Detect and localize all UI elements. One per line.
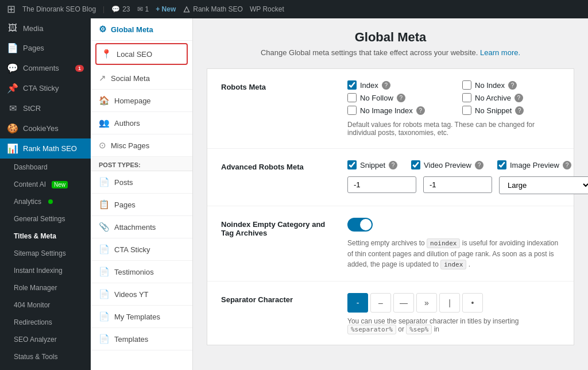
snippet-help-icon[interactable]: ? <box>389 161 397 169</box>
learn-more-link[interactable]: Learn more. <box>480 48 520 57</box>
video-preview-help-icon[interactable]: ? <box>475 161 483 169</box>
separator-label: Separator Character <box>221 293 336 333</box>
sidebar-item-media[interactable]: 🖼 Media <box>0 18 91 38</box>
checkbox-no-archive: No Archive ? <box>462 93 560 102</box>
sidebar-item-pages[interactable]: 📄 Pages <box>0 38 91 58</box>
sidebar-item-stcr[interactable]: ✉ StCR <box>0 98 91 118</box>
admin-bar: ⊞ The Dinorank SEO Blog | 💬 23 ✉ 1 + New… <box>0 0 588 18</box>
video-preview-check: Video Preview ? <box>411 160 483 169</box>
media-icon: 🖼 <box>7 23 18 33</box>
message-icon: ✉ <box>137 5 143 13</box>
stcr-icon: ✉ <box>7 103 18 114</box>
noindex-row: Noindex Empty Category and Tag Archives … <box>207 206 574 282</box>
sidebar-item-redirections[interactable]: Redirections <box>0 314 91 331</box>
noindex-control: Setting empty archives to noindex is use… <box>347 218 560 269</box>
videos-icon: 📄 <box>99 289 110 299</box>
sidebar-item-rankmath[interactable]: 📊 Rank Math SEO <box>0 138 91 159</box>
snippet-checkbox[interactable] <box>347 160 357 169</box>
sub-sidebar-my-templates[interactable]: 📄 My Templates <box>91 306 192 328</box>
index-checkbox[interactable] <box>347 80 357 90</box>
no-follow-help-icon[interactable]: ? <box>397 94 405 102</box>
no-follow-checkbox[interactable] <box>347 93 357 102</box>
image-preview-check: Image Preview ? <box>497 160 571 169</box>
sub-sidebar-testimonios[interactable]: 📄 Testimonios <box>91 261 192 283</box>
page-title: Global Meta <box>207 30 574 45</box>
attachments-icon: 📎 <box>99 222 110 232</box>
posts-icon: 📄 <box>99 177 110 187</box>
video-preview-input[interactable] <box>423 176 492 193</box>
image-preview-field-group: Large Standard None <box>499 176 588 194</box>
image-preview-help-icon[interactable]: ? <box>563 161 571 169</box>
wprocket-link[interactable]: WP Rocket <box>250 5 284 13</box>
messages-link[interactable]: ✉ 1 <box>137 5 149 13</box>
sidebar-item-analytics[interactable]: Analytics <box>0 193 91 210</box>
sep-em-dash-btn[interactable]: — <box>393 293 414 313</box>
wp-logo[interactable]: ⊞ <box>7 3 16 16</box>
sub-sidebar-authors[interactable]: 👥 Authors <box>91 112 192 134</box>
sidebar-item-instant-indexing[interactable]: Instant Indexing <box>0 262 91 279</box>
cta-pt-icon: 📄 <box>99 244 110 255</box>
sub-sidebar-social-meta[interactable]: ↗ Social Meta <box>91 67 192 90</box>
no-snippet-checkbox[interactable] <box>462 106 471 115</box>
sep-en-dash-btn[interactable]: – <box>370 293 391 313</box>
noindex-toggle[interactable] <box>347 218 373 232</box>
cookie-icon: 🍪 <box>7 123 18 134</box>
video-preview-checkbox[interactable] <box>411 160 420 169</box>
site-name[interactable]: The Dinorank SEO Blog <box>22 5 96 13</box>
main-layout: 🖼 Media 📄 Pages 💬 Comments 1 📌 CTA Stick… <box>0 18 588 370</box>
sidebar-item-content-ai[interactable]: Content AI New <box>0 176 91 193</box>
sidebar-item-titles-meta[interactable]: Titles & Meta <box>0 228 91 245</box>
advanced-robots-label: Advanced Robots Meta <box>221 160 336 194</box>
sidebar-item-comments[interactable]: 💬 Comments 1 <box>0 58 91 78</box>
snippet-input[interactable] <box>347 176 416 193</box>
index-help-icon[interactable]: ? <box>382 81 390 90</box>
sidebar-item-help-support[interactable]: Help & Support ↗ <box>0 365 91 370</box>
no-image-index-checkbox[interactable] <box>347 106 357 115</box>
separator-code-2: %sep% <box>406 325 432 334</box>
sidebar-item-status-tools[interactable]: Status & Tools <box>0 348 91 365</box>
sidebar-item-dashboard[interactable]: Dashboard <box>0 159 91 176</box>
snippet-field-group <box>347 176 416 194</box>
robots-meta-control: Index ? No Index ? No Follow ? <box>347 80 560 137</box>
no-index-checkbox[interactable] <box>462 80 471 90</box>
sidebar-item-role-manager[interactable]: Role Manager <box>0 279 91 296</box>
sidebar-item-general-settings[interactable]: General Settings <box>0 210 91 228</box>
sidebar-item-sitemap[interactable]: Sitemap Settings <box>0 245 91 262</box>
new-button[interactable]: + New <box>156 5 176 13</box>
sub-sidebar-attachments[interactable]: 📎 Attachments <box>91 216 192 238</box>
sub-sidebar-templates[interactable]: 📄 Templates <box>91 328 192 350</box>
rankmath-nav-icon: 📊 <box>7 143 18 154</box>
no-archive-help-icon[interactable]: ? <box>514 94 523 102</box>
sub-sidebar-cta-sticky-pt[interactable]: 📄 CTA Sticky <box>91 238 192 261</box>
sub-sidebar-misc-pages[interactable]: ⊙ Misc Pages <box>91 134 192 157</box>
sidebar-item-seo-analyzer[interactable]: SEO Analyzer <box>0 331 91 348</box>
rankmath-link[interactable]: Rank Math SEO <box>183 5 243 13</box>
sub-sidebar-pages-pt[interactable]: 📋 Pages <box>91 194 192 216</box>
sub-sidebar-local-seo[interactable]: 📍 Local SEO <box>95 43 188 65</box>
sep-dash-btn[interactable]: - <box>347 293 368 313</box>
image-preview-select[interactable]: Large Standard None <box>499 176 588 194</box>
sidebar-item-404-monitor[interactable]: 404 Monitor <box>0 296 91 314</box>
separator-description: You can use the separator character in t… <box>347 317 560 333</box>
sep-pipe-btn[interactable]: | <box>439 293 460 313</box>
no-archive-checkbox[interactable] <box>462 93 471 102</box>
robots-grid: Index ? No Index ? No Follow ? <box>347 80 560 115</box>
sub-sidebar-videos-yt[interactable]: 📄 Videos YT <box>91 283 192 306</box>
separator-control: - – — » | • You can use the separator ch… <box>347 293 560 333</box>
sub-sidebar-global-meta[interactable]: ⚙ Global Meta <box>91 18 192 41</box>
no-index-help-icon[interactable]: ? <box>508 81 517 90</box>
sub-sidebar-posts[interactable]: 📄 Posts <box>91 171 192 194</box>
snippet-check: Snippet ? <box>347 160 397 169</box>
pages-pt-icon: 📋 <box>99 199 110 210</box>
image-preview-checkbox[interactable] <box>497 160 506 169</box>
sidebar-item-cookieyes[interactable]: 🍪 CookieYes <box>0 118 91 138</box>
no-snippet-help-icon[interactable]: ? <box>515 106 524 115</box>
comments-link[interactable]: 💬 23 <box>111 5 130 13</box>
sidebar-item-cta-sticky[interactable]: 📌 CTA Sticky <box>0 78 91 98</box>
sep-raquo-btn[interactable]: » <box>416 293 437 313</box>
no-image-index-help-icon[interactable]: ? <box>416 106 425 115</box>
home-icon: 🏠 <box>99 95 110 106</box>
sep-bullet-btn[interactable]: • <box>462 293 483 313</box>
advanced-fields: Large Standard None <box>347 176 588 194</box>
sub-sidebar-homepage[interactable]: 🏠 Homepage <box>91 90 192 112</box>
